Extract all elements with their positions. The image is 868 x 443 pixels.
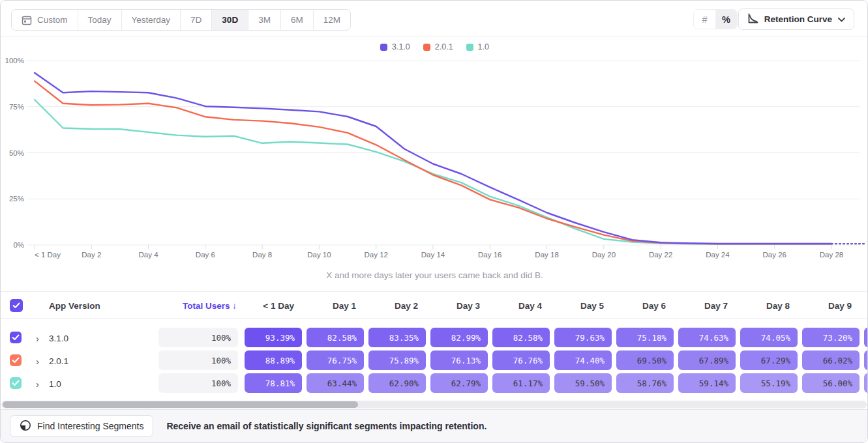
column-header-day-2: Day 2 [395, 292, 418, 319]
app-version-label: 2.0.1 [49, 356, 68, 365]
expand-chevron-icon[interactable]: › [36, 332, 39, 343]
svg-text:Day 22: Day 22 [649, 251, 672, 259]
column-header-app-version: App Version [49, 292, 100, 319]
retention-cell-day-0: 88.89% [245, 350, 302, 370]
date-range-button-custom[interactable]: Custom [12, 10, 78, 30]
svg-text:Day 18: Day 18 [535, 251, 558, 259]
total-users-cell: 100% [158, 328, 238, 347]
svg-text:< 1 Day: < 1 Day [35, 251, 61, 259]
svg-text:Day 4: Day 4 [139, 251, 159, 259]
date-range-button-3m[interactable]: 3M [248, 10, 281, 30]
chart-type-dropdown[interactable]: Retention Curve [738, 8, 854, 30]
retention-cell-day-5: 74.40% [554, 350, 612, 370]
table-row-1.0[interactable]: ›1.0100%78.81%63.44%62.90%62.79%61.17%59… [1, 372, 867, 395]
retention-curve-icon [747, 13, 758, 26]
retention-cell-day-8: 55.19% [740, 373, 798, 393]
svg-text:Day 8: Day 8 [252, 251, 272, 259]
retention-cell-day-7: 59.14% [678, 373, 736, 393]
retention-cell-day-9: 66.02% [802, 350, 860, 370]
column-header-day-5: Day 5 [580, 292, 604, 319]
date-range-button-yesterday[interactable]: Yesterday [122, 10, 181, 30]
column-header-day-8: Day 8 [766, 292, 790, 319]
retention-cell-partial [864, 373, 868, 393]
retention-cell-day-3: 62.79% [430, 373, 488, 393]
svg-text:Day 28: Day 28 [820, 251, 843, 259]
date-range-segmented-control: CustomTodayYesterday7D30D3M6M12M [11, 9, 351, 31]
retention-cell-day-8: 74.05% [740, 328, 798, 347]
svg-text:Day 24: Day 24 [706, 251, 730, 259]
column-header-day-3: Day 3 [456, 292, 480, 319]
horizontal-scrollbar-thumb[interactable] [3, 401, 358, 408]
horizontal-scrollbar-track[interactable] [1, 401, 867, 408]
column-header-total-users[interactable]: Total Users ↓ [183, 292, 237, 319]
retention-report-panel: CustomTodayYesterday7D30D3M6M12M #% Rete… [0, 0, 868, 443]
row-checkbox-3.1.0[interactable] [10, 332, 22, 343]
footer-message: Receive an email of statistically signif… [166, 421, 486, 431]
retention-cell-day-2: 75.89% [368, 350, 426, 370]
absolute-numbers-toggle[interactable]: # [694, 10, 715, 29]
retention-cell-day-4: 82.58% [492, 328, 550, 347]
svg-text:0%: 0% [13, 241, 24, 249]
table-row-3.1.0[interactable]: ›3.1.0100%93.39%82.58%83.35%82.99%82.58%… [1, 326, 867, 349]
retention-cell-day-2: 62.90% [368, 373, 426, 393]
chart-type-label: Retention Curve [764, 14, 832, 24]
retention-cell-day-4: 76.76% [492, 350, 550, 370]
segments-pie-icon [20, 420, 31, 433]
retention-cell-day-2: 83.35% [368, 328, 426, 347]
table-row-2.0.1[interactable]: ›2.0.1100%88.89%76.75%75.89%76.13%76.76%… [1, 349, 867, 372]
date-range-button-30d[interactable]: 30D [212, 10, 248, 30]
retention-cell-day-4: 61.17% [492, 373, 550, 393]
svg-text:Day 14: Day 14 [421, 251, 445, 259]
retention-cell-day-9: 56.00% [802, 373, 860, 393]
svg-text:Day 26: Day 26 [762, 251, 786, 259]
date-range-button-6m[interactable]: 6M [281, 10, 314, 30]
row-checkbox-2.0.1[interactable] [10, 354, 22, 366]
svg-text:75%: 75% [9, 103, 24, 111]
chart-subtitle: X and more days later your users came ba… [1, 270, 868, 280]
retention-cell-partial [864, 328, 868, 347]
svg-text:Day 20: Day 20 [592, 251, 616, 259]
select-all-checkbox[interactable] [10, 299, 23, 312]
retention-cell-day-5: 79.63% [554, 328, 612, 347]
retention-cell-day-7: 74.63% [678, 328, 736, 347]
retention-line-chart: 0%25%50%75%100%< 1 DayDay 2Day 4Day 6Day… [1, 37, 868, 268]
svg-text:Day 16: Day 16 [478, 251, 501, 259]
column-header-day-9: Day 9 [828, 292, 852, 319]
find-segments-label: Find Interesting Segments [37, 421, 143, 431]
footer-bar: Find Interesting Segments Receive an ema… [1, 409, 867, 442]
percent-toggle[interactable]: % [715, 10, 737, 29]
retention-cell-day-6: 58.76% [616, 373, 674, 393]
toolbar: CustomTodayYesterday7D30D3M6M12M #% Rete… [1, 1, 867, 37]
calendar-icon [22, 15, 32, 25]
date-range-button-today[interactable]: Today [78, 10, 122, 30]
chevron-down-icon [838, 14, 845, 24]
svg-text:25%: 25% [9, 195, 24, 203]
date-range-button-12m[interactable]: 12M [314, 10, 350, 30]
retention-cell-day-0: 78.81% [245, 373, 302, 393]
svg-text:Day 10: Day 10 [307, 251, 331, 259]
retention-cell-day-1: 63.44% [307, 373, 364, 393]
retention-cell-day-1: 76.75% [307, 350, 364, 370]
retention-cell-day-0: 93.39% [245, 328, 302, 347]
svg-text:Day 12: Day 12 [364, 251, 387, 259]
date-range-button-7d[interactable]: 7D [181, 10, 212, 30]
svg-text:100%: 100% [5, 57, 24, 64]
column-header-day-4: Day 4 [518, 292, 542, 319]
column-header-day-7: Day 7 [704, 292, 728, 319]
retention-cell-day-3: 76.13% [430, 350, 488, 370]
svg-text:Day 6: Day 6 [196, 251, 215, 259]
retention-cell-day-7: 67.89% [678, 350, 736, 370]
svg-text:50%: 50% [9, 149, 24, 157]
expand-chevron-icon[interactable]: › [36, 355, 39, 366]
find-interesting-segments-button[interactable]: Find Interesting Segments [10, 415, 153, 437]
retention-table: App Version Total Users ↓ < 1 DayDay 1Da… [1, 291, 867, 400]
expand-chevron-icon[interactable]: › [36, 378, 39, 389]
column-header-day-6: Day 6 [642, 292, 666, 319]
column-header-day-1: Day 1 [333, 292, 356, 319]
retention-cell-day-8: 67.29% [740, 350, 798, 370]
retention-cell-day-5: 59.50% [554, 373, 612, 393]
svg-text:Day 2: Day 2 [82, 251, 101, 259]
retention-cell-day-9: 73.20% [802, 328, 860, 347]
total-users-cell: 100% [158, 373, 238, 393]
row-checkbox-1.0[interactable] [10, 377, 22, 389]
